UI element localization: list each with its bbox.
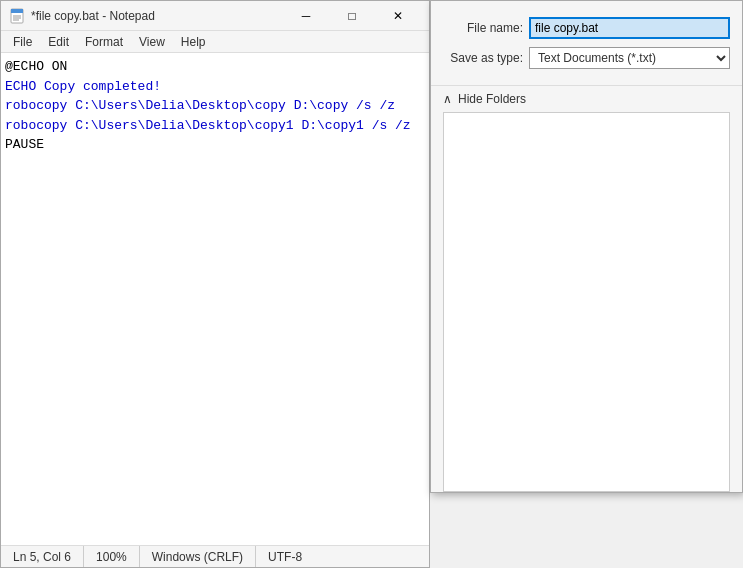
minimize-button[interactable]: ─: [283, 1, 329, 31]
cursor-position: Ln 5, Col 6: [1, 546, 84, 567]
zoom-level: 100%: [84, 546, 140, 567]
notepad-icon: [9, 8, 25, 24]
save-as-dialog: File name: Save as type: Text Documents …: [430, 0, 743, 493]
menu-format[interactable]: Format: [77, 33, 131, 51]
title-bar: *file copy.bat - Notepad ─ □ ✕: [1, 1, 429, 31]
menu-file[interactable]: File: [5, 33, 40, 51]
menu-edit[interactable]: Edit: [40, 33, 77, 51]
filename-input[interactable]: [529, 17, 730, 39]
menu-view[interactable]: View: [131, 33, 173, 51]
editor-line-3: robocopy C:\Users\Delia\Desktop\copy D:\…: [5, 96, 425, 116]
notepad-window: *file copy.bat - Notepad ─ □ ✕ File Edit…: [0, 0, 430, 568]
svg-rect-1: [11, 9, 23, 13]
savetype-select[interactable]: Text Documents (*.txt): [529, 47, 730, 69]
savetype-label: Save as type:: [443, 51, 523, 65]
editor-line-4: robocopy C:\Users\Delia\Desktop\copy1 D:…: [5, 116, 425, 136]
filename-row: File name:: [443, 17, 730, 39]
menu-bar: File Edit Format View Help: [1, 31, 429, 53]
window-title: *file copy.bat - Notepad: [31, 9, 277, 23]
filename-label: File name:: [443, 21, 523, 35]
encoding: UTF-8: [256, 546, 314, 567]
editor-line-1: @ECHO ON: [5, 57, 425, 77]
editor-line-2: ECHO Copy completed!: [5, 77, 425, 97]
maximize-button[interactable]: □: [329, 1, 375, 31]
savetype-row: Save as type: Text Documents (*.txt): [443, 47, 730, 69]
menu-help[interactable]: Help: [173, 33, 214, 51]
editor-line-5: PAUSE: [5, 135, 425, 155]
hide-folders-label: Hide Folders: [458, 92, 526, 106]
hide-folders-bar[interactable]: ∧ Hide Folders: [431, 85, 742, 112]
dialog-form: File name: Save as type: Text Documents …: [431, 1, 742, 85]
close-button[interactable]: ✕: [375, 1, 421, 31]
chevron-up-icon: ∧: [443, 92, 452, 106]
status-bar: Ln 5, Col 6 100% Windows (CRLF) UTF-8: [1, 545, 429, 567]
line-ending: Windows (CRLF): [140, 546, 256, 567]
text-editor[interactable]: @ECHO ON ECHO Copy completed! robocopy C…: [1, 53, 429, 545]
folder-browser-area: [443, 112, 730, 492]
window-controls: ─ □ ✕: [283, 1, 421, 31]
